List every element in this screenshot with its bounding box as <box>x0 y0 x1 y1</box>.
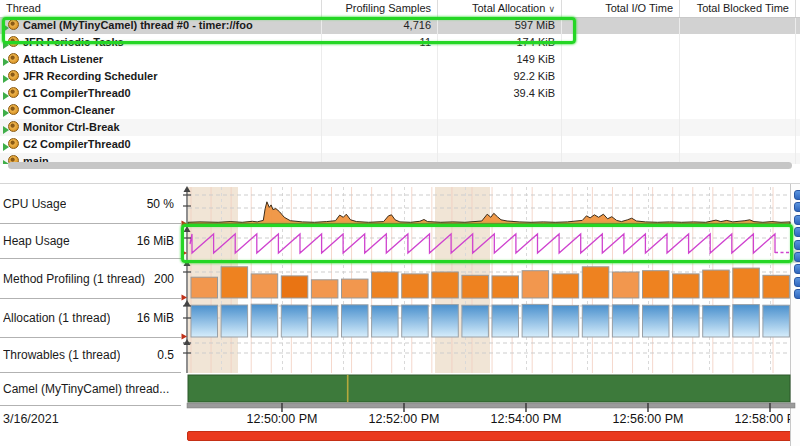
table-row[interactable]: Monitor Ctrl-Break <box>0 119 800 136</box>
column-header-thread[interactable]: Thread <box>0 0 322 17</box>
column-header-profiling-samples[interactable]: Profiling Samples <box>322 0 438 17</box>
thread-table: Thread Profiling Samples Total Allocatio… <box>0 0 800 172</box>
table-cell <box>322 51 438 68</box>
row-axis-tick-label: 16 MiB <box>137 311 174 325</box>
thread-name: Monitor Ctrl-Break <box>23 119 120 136</box>
table-cell <box>438 119 562 136</box>
method-profiling-bar <box>311 280 338 298</box>
allocation-bar <box>372 305 399 337</box>
sort-descending-icon: ∨ <box>548 4 555 14</box>
table-cell: Attach Listener <box>0 51 322 68</box>
timeline-row-heap-usage[interactable]: Heap Usage 16 MiB <box>0 224 181 259</box>
table-row[interactable]: Attach Listener149 KiB <box>0 51 800 68</box>
allocation-bar <box>673 305 700 337</box>
table-cell: Monitor Ctrl-Break <box>0 119 322 136</box>
table-cell <box>562 85 680 102</box>
thread-icon <box>8 121 19 132</box>
allocation-bar <box>703 305 730 337</box>
baseline-marker-icon <box>182 250 188 256</box>
table-row[interactable]: Camel (MyTinyCamel) thread #0 - timer://… <box>0 17 800 34</box>
baseline-marker-icon <box>182 334 188 340</box>
table-cell <box>322 136 438 153</box>
allocation-bar <box>311 305 338 337</box>
timeline-row-throwables[interactable]: Throwables (1 thread) 0.5 <box>0 338 181 373</box>
method-profiling-bar <box>462 275 489 298</box>
table-cell: JFR Recording Scheduler <box>0 68 322 85</box>
table-row[interactable]: JFR Recording Scheduler92.2 KiB <box>0 68 800 85</box>
timeline-row-camel-thread[interactable]: Camel (MyTinyCamel) thread... <box>0 373 181 406</box>
table-cell <box>562 17 680 34</box>
table-cell <box>322 85 438 102</box>
column-header-total-blocked-time[interactable]: Total Blocked Time <box>680 0 796 17</box>
table-body: Camel (MyTinyCamel) thread #0 - timer://… <box>0 17 800 164</box>
table-header-row: Thread Profiling Samples Total Allocatio… <box>0 0 800 18</box>
table-cell <box>680 136 796 153</box>
column-header-label: Total Allocation <box>472 2 545 14</box>
table-row[interactable]: C2 CompilerThread0 <box>0 136 800 153</box>
method-profiling-bar <box>251 274 278 298</box>
table-row[interactable]: JFR Periodic Tasks11174 KiB <box>0 34 800 51</box>
profiler-window: Thread Profiling Samples Total Allocatio… <box>0 0 800 446</box>
table-cell: 597 MiB <box>438 17 562 34</box>
column-header-total-allocation[interactable]: Total Allocation ∨ <box>438 0 562 17</box>
table-cell <box>680 102 796 119</box>
method-profiling-bar <box>281 276 308 298</box>
row-axis-tick-label: 0.5 <box>157 348 174 362</box>
method-profiling-bar <box>643 271 670 298</box>
allocation-bar <box>462 305 489 337</box>
table-cell: C1 CompilerThread0 <box>0 85 322 102</box>
table-cell <box>680 85 796 102</box>
method-profiling-bar <box>432 272 459 298</box>
thread-icon <box>8 36 19 47</box>
allocation-bar <box>582 305 609 337</box>
timeline-row-method-profiling[interactable]: Method Profiling (1 thread) 200 <box>0 259 181 299</box>
row-label: CPU Usage <box>3 197 66 211</box>
row-axis-tick-label: 16 MiB <box>137 234 174 248</box>
method-profiling-bar <box>733 268 760 298</box>
table-cell: 11 <box>322 34 438 51</box>
timeline-row-allocation[interactable]: Allocation (1 thread) 16 MiB <box>0 299 181 338</box>
thread-name: C2 CompilerThread0 <box>23 136 131 153</box>
table-cell <box>562 51 680 68</box>
row-label: Throwables (1 thread) <box>3 348 120 362</box>
method-profiling-bar <box>612 272 639 298</box>
table-cell <box>680 51 796 68</box>
table-cell <box>680 34 796 51</box>
method-profiling-bar <box>673 274 700 298</box>
table-row[interactable]: C1 CompilerThread039.4 KiB <box>0 85 800 102</box>
table-cell: Common-Cleaner <box>0 102 322 119</box>
thread-name: Camel (MyTinyCamel) thread #0 - timer://… <box>23 17 253 34</box>
method-profiling-bar <box>372 272 399 298</box>
time-axis-bar <box>187 403 795 408</box>
thread-name: C1 CompilerThread0 <box>23 85 131 102</box>
allocation-bar <box>763 305 790 337</box>
row-label: Heap Usage <box>3 234 70 248</box>
method-profiling-bar <box>582 267 609 298</box>
table-cell <box>322 119 438 136</box>
method-profiling-bar <box>191 277 218 298</box>
table-row[interactable]: Common-Cleaner <box>0 102 800 119</box>
method-profiling-bar <box>492 276 519 298</box>
method-profiling-bar <box>221 267 248 298</box>
table-cell <box>322 68 438 85</box>
allocation-bar <box>191 305 218 337</box>
event-marker <box>347 375 349 402</box>
table-cell: 149 KiB <box>438 51 562 68</box>
timeline-row-cpu-usage[interactable]: CPU Usage 50 % <box>0 184 181 224</box>
table-cell: 174 KiB <box>438 34 562 51</box>
allocation-bar <box>643 305 670 337</box>
thread-icon <box>8 138 19 149</box>
table-cell <box>322 102 438 119</box>
timeline-panel: CPU Usage 50 % Heap Usage 16 MiB Method … <box>0 183 800 446</box>
camel-thread-activity-span <box>188 375 790 402</box>
allocation-bar <box>432 305 459 337</box>
allocation-bar <box>342 305 369 337</box>
table-horizontal-scrollbar[interactable] <box>8 162 792 169</box>
allocation-bar <box>221 305 248 337</box>
method-profiling-bar <box>342 279 369 298</box>
thread-name: Common-Cleaner <box>23 102 115 119</box>
table-cell <box>562 102 680 119</box>
thread-icon <box>8 53 19 64</box>
column-header-total-io-time[interactable]: Total I/O Time <box>562 0 680 17</box>
row-label: Method Profiling (1 thread) <box>3 272 145 286</box>
